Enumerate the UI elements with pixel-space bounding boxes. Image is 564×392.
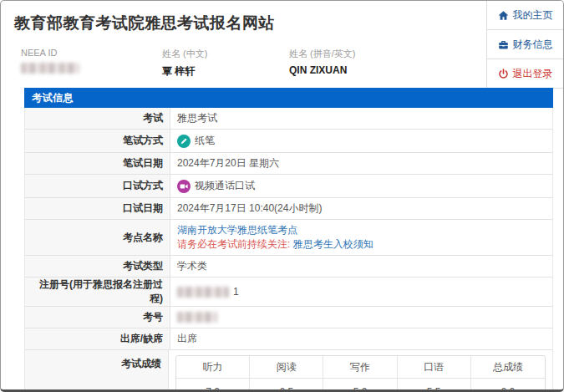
row-label: 口试方式 <box>24 175 170 197</box>
score-value-row: 7.0 6.5 5.0 5.5 6.0 <box>176 379 545 392</box>
row-label: 注册号(用于雅思报名注册过程) <box>24 277 170 306</box>
video-icon <box>177 180 191 193</box>
row-label: 考试成绩 <box>24 350 169 392</box>
page-header: 教育部教育考试院雅思考试报名网站 NEEA ID 姓名 (中文) 覃 梓轩 姓名… <box>1 1 563 88</box>
score-header-listening: 听力 <box>176 356 250 379</box>
row-label: 口试日期 <box>24 198 170 219</box>
table-row-venue: 考点名称 湖南开放大学雅思纸笔考点 请务必在考试前持续关注: 雅思考生入校须知 <box>24 220 553 256</box>
score-table: 听力 阅读 写作 口语 总成绩 7.0 6.5 5.0 5.5 6.0 <box>175 355 546 392</box>
venue-link[interactable]: 湖南开放大学雅思纸笔考点 <box>177 224 297 236</box>
registration-number-visible-suffix: 1 <box>233 286 239 298</box>
row-value: 视频通话口试 <box>195 179 255 193</box>
row-value: 出席 <box>170 328 553 349</box>
candidate-number-redacted-value <box>177 312 217 323</box>
section-header-exam-info: 考试信息 <box>24 88 553 108</box>
header-menu: 我的主页 财务信息 退出登录 <box>486 1 563 89</box>
menu-logout[interactable]: 退出登录 <box>487 59 563 89</box>
name-chinese-label: 姓名 (中文) <box>162 48 207 60</box>
name-pinyin-field: 姓名 (拼音/英文) QIN ZIXUAN <box>289 48 355 76</box>
registration-number-redacted-value <box>177 287 229 298</box>
entry-notice-link[interactable]: 雅思考生入校须知 <box>293 238 373 250</box>
score-header-overall: 总成绩 <box>471 356 545 379</box>
pencil-icon <box>177 135 191 148</box>
score-header-writing: 写作 <box>323 356 397 379</box>
neea-id-field: NEEA ID <box>21 48 79 74</box>
row-value: 雅思考试 <box>170 108 553 129</box>
score-listening: 7.0 <box>176 379 250 392</box>
menu-logout-label: 退出登录 <box>513 67 553 81</box>
name-pinyin-value: QIN ZIXUAN <box>289 64 355 76</box>
name-pinyin-label: 姓名 (拼音/英文) <box>289 48 355 60</box>
row-value: 学术类 <box>170 256 553 277</box>
briefcase-icon <box>498 39 509 50</box>
score-writing: 5.0 <box>323 379 397 392</box>
score-header-row: 听力 阅读 写作 口语 总成绩 <box>176 356 545 379</box>
score-speaking: 5.5 <box>398 379 471 392</box>
score-header-speaking: 口语 <box>398 356 471 379</box>
row-label: 考号 <box>24 307 170 328</box>
row-label: 考试类型 <box>24 256 170 277</box>
power-icon <box>498 69 509 79</box>
score-header-reading: 阅读 <box>250 356 323 379</box>
table-row-registration-number: 注册号(用于雅思报名注册过程) 1 <box>24 277 553 307</box>
name-chinese-value: 覃 梓轩 <box>162 64 207 79</box>
row-value: 2024年7月20日 星期六 <box>170 153 553 174</box>
name-chinese-field: 姓名 (中文) 覃 梓轩 <box>162 48 207 79</box>
row-value: 纸笔 <box>195 134 215 148</box>
table-row-candidate-number: 考号 <box>24 307 553 328</box>
venue-notice-text: 请务必在考试前持续关注: <box>177 238 293 250</box>
row-value: 2024年7月17日 10:40(24小时制) <box>170 198 553 219</box>
menu-my-homepage[interactable]: 我的主页 <box>487 1 563 30</box>
row-label: 考试 <box>24 108 170 129</box>
exam-info-panel: 考试信息 考试 雅思考试 笔试方式 纸笔 笔试日期 2024年7月20日 星期六… <box>24 88 553 392</box>
row-label: 考点名称 <box>24 220 170 255</box>
row-label: 笔试方式 <box>24 130 170 152</box>
home-icon <box>498 10 509 21</box>
menu-my-homepage-label: 我的主页 <box>513 8 553 23</box>
table-row-speaking-mode: 口试方式 视频通话口试 <box>24 175 553 198</box>
table-row-written-mode: 笔试方式 纸笔 <box>24 130 553 153</box>
table-row-speaking-date: 口试日期 2024年7月17日 10:40(24小时制) <box>24 198 553 220</box>
table-row-exam: 考试 雅思考试 <box>24 108 553 130</box>
table-row-attendance: 出席/缺席 出席 <box>24 328 553 350</box>
ielts-registration-page: 教育部教育考试院雅思考试报名网站 NEEA ID 姓名 (中文) 覃 梓轩 姓名… <box>0 0 564 392</box>
table-row-exam-type: 考试类型 学术类 <box>24 256 553 277</box>
score-reading: 6.5 <box>250 379 323 392</box>
menu-financial-info[interactable]: 财务信息 <box>487 30 563 59</box>
row-label: 笔试日期 <box>24 153 170 174</box>
menu-financial-info-label: 财务信息 <box>513 38 553 52</box>
neea-id-label: NEEA ID <box>21 48 79 58</box>
row-label: 出席/缺席 <box>24 328 170 349</box>
neea-id-redacted-value <box>21 63 79 74</box>
score-overall: 6.0 <box>471 379 545 392</box>
table-row-written-date: 笔试日期 2024年7月20日 星期六 <box>24 153 553 175</box>
table-row-scores: 考试成绩 听力 阅读 写作 口语 总成绩 7.0 6.5 5.0 5.5 <box>24 350 553 392</box>
page-title: 教育部教育考试院雅思考试报名网站 <box>14 13 275 34</box>
